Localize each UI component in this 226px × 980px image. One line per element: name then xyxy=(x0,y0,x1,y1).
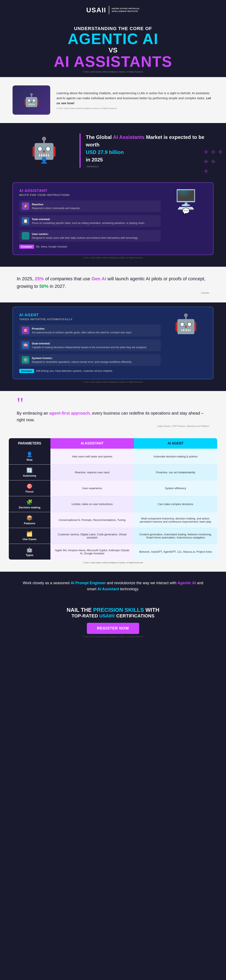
td-agent-2: System efficiency xyxy=(134,480,217,496)
footer-highlight-agentic: Agentic AI xyxy=(178,581,196,585)
td-param-3: 🧩 Decision making xyxy=(9,496,50,512)
feature-goal: 🧠 Goal-oriented: Capable of making decis… xyxy=(19,339,161,351)
hero-title-agentic: AGENTIC AI xyxy=(17,31,209,46)
system-desc: Designed to streamline operations, reduc… xyxy=(32,360,132,364)
footer-cta-top: Work closely as a seasoned AI Prompt Eng… xyxy=(0,572,226,600)
assistant-card-title: AI ASSISTANT xyxy=(19,189,161,193)
feature-reactive: ⚡ Reactive: Respond to direct commands a… xyxy=(19,200,161,212)
task-label: Task-oriented: xyxy=(32,218,50,221)
td-assistant-3: Limited, relies on user instructions xyxy=(50,496,134,512)
proactive-label: Proactive: xyxy=(32,327,45,330)
quote-highlight: agent-first approach, xyxy=(50,411,91,415)
system-text: System-Centric: Designed to streamline o… xyxy=(32,356,132,364)
goal-text: Goal-oriented: Capable of making decisio… xyxy=(32,342,147,349)
td-assistant-4: Conversational AI, Prompts, Recommendati… xyxy=(50,512,134,528)
agent-card: AI AGENT TAKES INITIATIVE AUTOMATICALLY … xyxy=(13,307,213,379)
param-label-0: Role xyxy=(27,458,32,461)
agent-card-left: AI AGENT TAKES INITIATIVE AUTOMATICALLY … xyxy=(19,313,161,373)
proactive-icon: 🎯 xyxy=(22,327,29,334)
market-image-area: 🤖 👤 xyxy=(17,138,71,164)
hero-vs: VS xyxy=(17,46,209,54)
cta-title-line2: TOP-RATED USAII® CERTIFICATIONS xyxy=(17,613,209,619)
logo-divider xyxy=(109,6,109,14)
param-icon-6: 🤖 xyxy=(12,547,47,553)
th-assistant: AI ASSISTANT xyxy=(50,438,134,449)
task-desc: Focus on completing specific tasks, such… xyxy=(32,221,145,225)
td-param-2: 🎯 Focus xyxy=(9,480,50,496)
th-parameters: PARAMETERS xyxy=(9,438,50,449)
cta-highlight: PRECISION SKILLS xyxy=(93,607,144,613)
feature-user: 👤 User-centric: Designed to assist users… xyxy=(19,230,161,242)
reactive-icon: ⚡ xyxy=(22,202,29,210)
td-param-6: 🤖 Types xyxy=(9,544,50,560)
footer-highlight-assistant: AI Assistant xyxy=(97,587,119,591)
assistant-card-right: 🖥️ 💬 xyxy=(165,189,207,215)
stat-percent1: 25% xyxy=(35,276,44,282)
register-button[interactable]: REGISTER NOW xyxy=(87,623,139,634)
assistant-copyright: © 2025, United States Artificial Intelli… xyxy=(13,255,213,261)
system-label: System-Centric: xyxy=(32,356,53,360)
td-param-1: 🔄 Autonomy xyxy=(9,465,50,480)
agent-image: 🤖 xyxy=(174,313,197,335)
proactive-text: Proactive: Act autonomously to achieve s… xyxy=(32,327,132,334)
assistant-card: AI ASSISTANT WAITS FOR YOUR INSTRUCTIONS… xyxy=(13,182,213,255)
td-param-5: 🗂️ Use Cases xyxy=(9,528,50,544)
th-agent: AI AGENT xyxy=(134,438,217,449)
footer-text: Work closely as a seasoned AI Prompt Eng… xyxy=(17,580,209,592)
stat-section: In 2025, 25% of companies that use Gen A… xyxy=(0,267,226,302)
task-icon: 📋 xyxy=(22,217,29,225)
cta-brand: USAII® xyxy=(99,613,115,619)
market-highlight: AI Assistants xyxy=(113,134,144,140)
param-label-5: Use Cases xyxy=(22,538,37,541)
agent-examples-row: Examples Self-driving cars, fraud detect… xyxy=(19,369,161,373)
feature-proactive: 🎯 Proactive: Act autonomously to achieve… xyxy=(19,325,161,336)
param-icon-3: 🧩 xyxy=(12,499,47,505)
market-text-box: The Global AI Assistants Market is expec… xyxy=(80,134,209,168)
intro-section: Learning about the interesting chatbots,… xyxy=(0,77,226,123)
gen-ai-label: Gen AI xyxy=(91,276,106,282)
agent-card-right: 🤖 xyxy=(165,313,207,335)
td-agent-4: Multi-component Autonomy, decision-makin… xyxy=(134,512,217,528)
corner-decoration: ✦✦✦✦✦✦ xyxy=(203,147,224,176)
param-label-6: Types xyxy=(26,554,34,557)
td-assistant-2: User experience xyxy=(50,480,134,496)
param-icon-2: 🎯 xyxy=(12,483,47,489)
agent-examples-label: Examples xyxy=(19,369,34,373)
table-section: PARAMETERS AI ASSISTANT AI AGENT 👤 Role … xyxy=(0,436,226,572)
stat-text: In 2025, 25% of companies that use Gen A… xyxy=(17,275,209,290)
agent-card-subtitle: TAKES INITIATIVE AUTOMATICALLY xyxy=(19,318,161,321)
td-assistant-1: Reactive, requires user input xyxy=(50,465,134,480)
td-param-4: 📦 Features xyxy=(9,512,50,528)
table-row: 🤖 Types Apple Siri, Amazon Alexa, Micros… xyxy=(9,544,217,560)
intro-paragraph: Learning about the interesting chatbots,… xyxy=(56,91,213,106)
table-row: 🗂️ Use Cases Customer service, Digital L… xyxy=(9,528,217,544)
intro-copyright: © 2025, United States Artificial Intelli… xyxy=(56,107,213,110)
table-row: 👤 Role Aids users with tasks and queries… xyxy=(9,449,217,465)
user-text: User-centric: Designed to assist users w… xyxy=(32,232,138,240)
logo-container: USAII UNITED STATES ARTIFICIAL INTELLIGE… xyxy=(4,6,222,14)
user-desc: Designed to assist users with their dail… xyxy=(32,236,138,240)
table-copyright: © 2025, United States Artificial Intelli… xyxy=(8,560,218,565)
agent-card-title: AI AGENT xyxy=(19,313,161,317)
param-icon-4: 📦 xyxy=(12,515,47,521)
param-icon-0: 👤 xyxy=(12,452,47,457)
assistant-card-left: AI ASSISTANT WAITS FOR YOUR INSTRUCTIONS… xyxy=(19,189,161,249)
assistant-examples-text: Siri, Alexa, Google Assistant xyxy=(36,245,67,248)
user-icon: 👤 xyxy=(22,232,29,240)
quote-section: " By embracing an agent-first approach, … xyxy=(0,391,226,436)
hero-copyright: © 2025, United States Artificial Intelli… xyxy=(17,71,209,73)
param-label-1: Autonomy xyxy=(23,474,36,477)
market-quote: The Global AI Assistants Market is expec… xyxy=(86,134,209,164)
task-text: Task-oriented: Focus on completing speci… xyxy=(32,217,145,225)
td-assistant-0: Aids users with tasks and queries xyxy=(50,449,134,465)
market-source: –MarketsUS xyxy=(86,165,209,168)
table-row: 📦 Features Conversational AI, Prompts, R… xyxy=(9,512,217,528)
assistant-image: 🖥️ 💬 xyxy=(174,189,197,215)
reactive-text: Reactive: Respond to direct commands and… xyxy=(32,202,80,210)
proactive-desc: Act autonomously to achieve specific goa… xyxy=(32,331,132,334)
logo-text-right: UNITED STATES ARTIFICIAL INTELLIGENCE IN… xyxy=(112,7,140,13)
intro-image xyxy=(13,86,50,115)
param-icon-1: 🔄 xyxy=(12,468,47,473)
stat-source: –Deloitte xyxy=(17,291,209,294)
hero-section: UNDERSTANDING THE CORE OF AGENTIC AI VS … xyxy=(0,20,226,77)
